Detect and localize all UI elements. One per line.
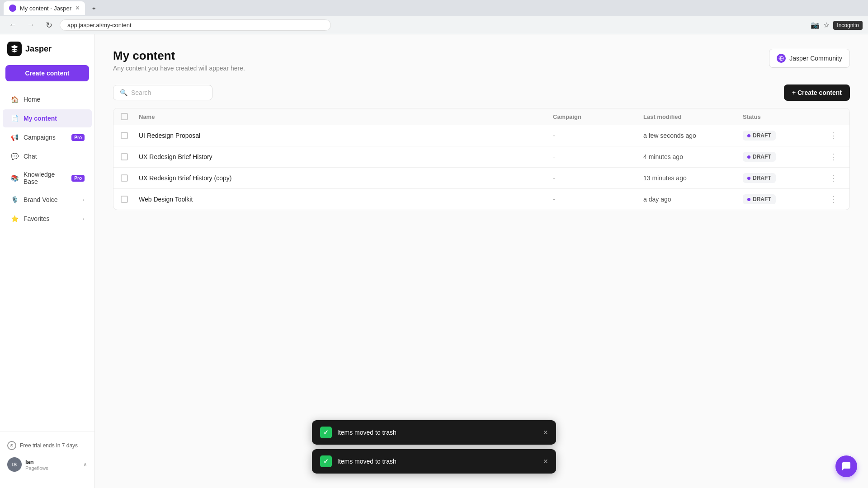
address-bar: ← → ↻ 📷 ☆ Incognito — [0, 16, 868, 34]
draft-dot-icon — [747, 155, 750, 159]
select-all-checkbox[interactable] — [121, 113, 139, 120]
row-2-more-menu[interactable]: ⋮ — [824, 152, 842, 162]
toast-2: ✓ Items moved to trash × — [312, 449, 556, 474]
toolbar: 🔍 + Create content — [113, 84, 850, 101]
user-info: Ian Pageflows — [25, 459, 48, 471]
chat-bubble-button[interactable] — [835, 455, 857, 477]
row-1-checkbox[interactable] — [121, 132, 139, 139]
chat-bubble-icon — [841, 461, 852, 472]
name-column-header: Name — [139, 113, 553, 120]
star-icon: ⭐ — [10, 214, 19, 223]
campaign-column-header: Campaign — [553, 113, 643, 120]
file-icon: 📄 — [10, 114, 19, 123]
toast-2-close-button[interactable]: × — [543, 457, 548, 466]
draft-dot-icon — [747, 198, 750, 201]
sidebar-item-campaigns[interactable]: 📢 Campaigns Pro — [3, 128, 92, 146]
create-content-button[interactable]: + Create content — [784, 84, 850, 101]
browser-actions: 📷 ☆ Incognito — [811, 21, 863, 30]
sidebar-item-knowledge-base-label: Knowledge Base — [24, 171, 67, 185]
mic-icon: 🎙️ — [10, 195, 19, 204]
camera-icon: 📷 — [811, 21, 820, 29]
user-org: Pageflows — [25, 465, 48, 471]
book-icon: 📚 — [10, 174, 19, 183]
campaigns-pro-badge: Pro — [71, 134, 85, 141]
row-4-modified: a day ago — [643, 196, 743, 203]
toast-1: ✓ Items moved to trash × — [312, 420, 556, 445]
sidebar-item-home[interactable]: 🏠 Home — [3, 90, 92, 108]
table-row[interactable]: UX Redesign Brief History - 4 minutes ag… — [113, 146, 849, 168]
search-input[interactable] — [131, 89, 206, 96]
row-3-modified: 13 minutes ago — [643, 174, 743, 182]
tab-bar: My content - Jasper × + — [0, 0, 868, 16]
community-button-label: Jasper Community — [789, 55, 842, 62]
sidebar-item-my-content-label: My content — [24, 115, 85, 122]
free-trial-text: Free trial ends in 7 days — [20, 442, 78, 449]
row-1-status: DRAFT — [743, 131, 824, 141]
row-3-status: DRAFT — [743, 173, 824, 183]
bookmark-icon[interactable]: ☆ — [823, 21, 830, 29]
row-3-more-menu[interactable]: ⋮ — [824, 173, 842, 183]
sidebar-item-knowledge-base[interactable]: 📚 Knowledge Base Pro — [3, 166, 92, 190]
sidebar-item-chat[interactable]: 💬 Chat — [3, 147, 92, 165]
row-4-checkbox[interactable] — [121, 196, 139, 203]
community-globe-icon — [778, 56, 784, 61]
logo: Jasper — [0, 42, 94, 65]
sidebar-create-button[interactable]: Create content — [5, 65, 89, 81]
row-2-status: DRAFT — [743, 152, 824, 162]
row-4-more-menu[interactable]: ⋮ — [824, 194, 842, 204]
sidebar-item-favorites[interactable]: ⭐ Favorites › — [3, 210, 92, 228]
url-input[interactable] — [60, 19, 331, 31]
content-table: Name Campaign Last modified Status UI Re… — [113, 108, 850, 210]
search-box[interactable]: 🔍 — [113, 85, 212, 100]
page-title-block: My content Any content you have created … — [113, 49, 245, 72]
tab-favicon — [9, 5, 16, 12]
row-2-checkbox[interactable] — [121, 153, 139, 160]
community-button[interactable]: Jasper Community — [769, 49, 850, 68]
row-3-campaign: - — [553, 174, 643, 182]
row-3-checkbox[interactable] — [121, 174, 139, 182]
row-4-status: DRAFT — [743, 194, 824, 204]
toast-1-message: Items moved to trash — [337, 429, 538, 436]
search-icon: 🔍 — [120, 89, 127, 96]
sidebar-item-brand-voice[interactable]: 🎙️ Brand Voice › — [3, 191, 92, 209]
table-row[interactable]: UX Redesign Brief History (copy) - 13 mi… — [113, 168, 849, 189]
table-row[interactable]: Web Design Toolkit - a day ago DRAFT ⋮ — [113, 189, 849, 210]
forward-button[interactable]: → — [24, 18, 38, 33]
row-1-more-menu[interactable]: ⋮ — [824, 131, 842, 141]
logo-icon — [7, 42, 22, 56]
incognito-label: Incognito — [833, 21, 863, 30]
new-tab-button[interactable]: + — [87, 1, 103, 15]
sidebar-item-chat-label: Chat — [24, 153, 85, 160]
trial-clock-icon: ⏱ — [7, 441, 16, 450]
toast-container: ✓ Items moved to trash × ✓ Items moved t… — [312, 420, 556, 474]
page-header: My content Any content you have created … — [113, 49, 850, 72]
tab-title: My content - Jasper — [20, 5, 71, 12]
row-1-campaign: - — [553, 132, 643, 139]
sidebar-item-my-content[interactable]: 📄 My content — [3, 109, 92, 127]
sidebar-item-campaigns-label: Campaigns — [24, 134, 67, 141]
tab-close-button[interactable]: × — [75, 4, 80, 12]
active-tab[interactable]: My content - Jasper × — [4, 1, 85, 15]
modified-column-header: Last modified — [643, 113, 743, 120]
row-2-campaign: - — [553, 153, 643, 160]
table-row[interactable]: UI Redesign Proposal - a few seconds ago… — [113, 125, 849, 146]
draft-dot-icon — [747, 177, 750, 180]
user-profile[interactable]: IS Ian Pageflows ∧ — [7, 454, 87, 475]
user-expand-icon: ∧ — [83, 461, 87, 468]
sidebar-item-home-label: Home — [24, 96, 85, 103]
back-button[interactable]: ← — [5, 18, 20, 33]
free-trial-notice: ⏱ Free trial ends in 7 days — [7, 437, 87, 454]
table-header: Name Campaign Last modified Status — [113, 108, 849, 125]
home-icon: 🏠 — [10, 95, 19, 104]
toast-1-close-button[interactable]: × — [543, 428, 548, 437]
reload-button[interactable]: ↻ — [42, 18, 56, 33]
brand-voice-chevron-icon: › — [83, 197, 85, 203]
knowledge-pro-badge: Pro — [71, 175, 85, 182]
row-4-campaign: - — [553, 196, 643, 203]
status-column-header: Status — [743, 113, 824, 120]
row-2-name: UX Redesign Brief History — [139, 153, 553, 160]
row-1-name: UI Redesign Proposal — [139, 132, 553, 139]
sidebar-bottom: ⏱ Free trial ends in 7 days IS Ian Pagef… — [0, 432, 94, 481]
avatar: IS — [7, 457, 22, 472]
sidebar-item-brand-voice-label: Brand Voice — [24, 196, 78, 203]
